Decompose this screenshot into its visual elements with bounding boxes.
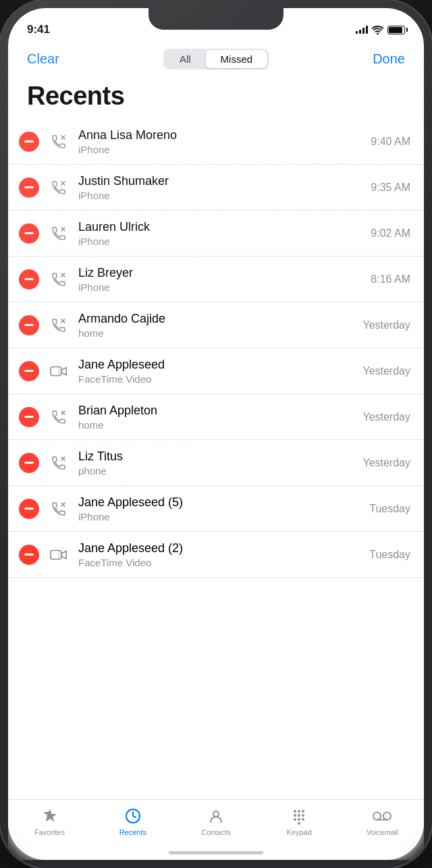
page-title: Recents <box>8 78 424 119</box>
contacts-icon <box>207 807 225 825</box>
delete-button[interactable] <box>19 315 39 335</box>
delete-button[interactable] <box>19 361 39 381</box>
segment-missed[interactable]: Missed <box>206 50 268 68</box>
contact-list: Anna Lisa MorenoiPhone9:40 AM Justin Shu… <box>8 119 424 860</box>
svg-point-8 <box>302 810 304 813</box>
contact-type: phone <box>78 465 354 477</box>
contact-name: Jane Appleseed <box>78 358 354 372</box>
contact-type: FaceTime Video <box>78 557 361 568</box>
recents-label: Recents <box>119 828 146 836</box>
contact-time: 8:16 AM <box>371 273 410 286</box>
screen: 9:41 Cle <box>8 8 424 860</box>
tab-recents[interactable]: Recents <box>91 807 174 836</box>
svg-point-13 <box>298 818 300 821</box>
svg-point-17 <box>383 812 391 819</box>
tab-keypad[interactable]: Keypad <box>258 807 341 836</box>
svg-point-6 <box>294 810 296 813</box>
list-item[interactable]: Lauren UlrickiPhone9:02 AM <box>8 211 424 256</box>
contact-name: Jane Appleseed (2) <box>78 541 361 555</box>
list-item[interactable]: Jane AppleseedFaceTime VideoYesterday <box>8 348 424 394</box>
facetime-video-icon <box>47 360 70 383</box>
phone-call-icon <box>47 268 70 291</box>
delete-button[interactable] <box>19 407 39 427</box>
contact-name: Lauren Ulrick <box>78 220 362 234</box>
contact-name: Jane Appleseed (5) <box>78 495 361 510</box>
contact-time: Tuesday <box>369 503 410 515</box>
delete-button[interactable] <box>19 499 39 519</box>
contact-name: Anna Lisa Moreno <box>78 128 362 142</box>
clear-button[interactable]: Clear <box>27 51 59 67</box>
phone-call-icon <box>47 406 70 429</box>
keypad-label: Keypad <box>287 828 312 836</box>
svg-point-9 <box>294 814 296 817</box>
delete-button[interactable] <box>19 453 39 473</box>
notch <box>148 8 284 30</box>
delete-button[interactable] <box>19 545 39 565</box>
status-time: 9:41 <box>27 23 50 36</box>
phone-call-icon <box>47 314 70 337</box>
main-content: 9:41 Cle <box>8 8 424 860</box>
signal-bars-icon <box>356 26 368 34</box>
list-item[interactable]: Jane Appleseed (2)FaceTime VideoTuesday <box>8 532 424 578</box>
svg-point-16 <box>373 812 381 819</box>
tab-contacts[interactable]: Contacts <box>174 807 257 836</box>
svg-rect-0 <box>51 367 61 375</box>
segment-all[interactable]: All <box>165 50 206 68</box>
tab-favorites[interactable]: Favorites <box>8 807 91 836</box>
segment-control: All Missed <box>163 49 269 70</box>
svg-point-5 <box>213 811 219 817</box>
contact-time: Yesterday <box>362 457 410 469</box>
delete-button[interactable] <box>19 223 39 244</box>
voicemail-icon <box>373 807 392 825</box>
done-button[interactable]: Done <box>373 51 405 67</box>
svg-rect-2 <box>51 550 61 559</box>
contact-type: iPhone <box>78 281 362 293</box>
svg-point-14 <box>302 818 304 821</box>
delete-button[interactable] <box>19 132 39 152</box>
svg-point-15 <box>298 822 300 825</box>
voicemail-label: Voicemail <box>367 828 398 836</box>
contact-type: iPhone <box>78 511 361 522</box>
list-item[interactable]: Jane Appleseed (5)iPhoneTuesday <box>8 486 424 532</box>
phone-frame: 9:41 Cle <box>0 0 432 868</box>
favorites-label: Favorites <box>34 828 65 836</box>
contact-time: Yesterday <box>362 365 410 377</box>
contact-time: 9:40 AM <box>371 136 410 148</box>
contact-type: FaceTime Video <box>78 373 354 385</box>
contact-type: iPhone <box>78 236 362 247</box>
contact-time: Yesterday <box>362 411 410 423</box>
svg-point-11 <box>302 814 304 817</box>
delete-button[interactable] <box>19 178 39 198</box>
list-item[interactable]: Liz BreyeriPhone8:16 AM <box>8 256 424 302</box>
contact-name: Liz Breyer <box>78 266 362 280</box>
svg-point-10 <box>298 814 300 817</box>
svg-point-7 <box>298 810 300 813</box>
contact-type: iPhone <box>78 144 362 155</box>
contact-type: iPhone <box>78 190 362 201</box>
contact-name: Liz Titus <box>78 450 354 464</box>
status-icons <box>356 26 405 34</box>
phone-call-icon <box>47 497 70 520</box>
list-item[interactable]: Justin ShumakeriPhone9:35 AM <box>8 165 424 211</box>
list-item[interactable]: Brian AppletonhomeYesterday <box>8 394 424 440</box>
list-item[interactable]: Anna Lisa MorenoiPhone9:40 AM <box>8 119 424 165</box>
keypad-icon <box>290 807 308 825</box>
contact-time: 9:35 AM <box>371 182 410 194</box>
favorites-icon <box>40 807 59 825</box>
contact-time: 9:02 AM <box>371 227 410 240</box>
delete-button[interactable] <box>19 269 39 290</box>
tab-voicemail[interactable]: Voicemail <box>341 807 424 836</box>
battery-icon <box>387 26 405 34</box>
facetime-video-icon <box>47 543 70 566</box>
contacts-label: Contacts <box>201 828 230 836</box>
contact-type: home <box>78 327 354 339</box>
contact-name: Brian Appleton <box>78 404 354 418</box>
contact-type: home <box>78 419 354 431</box>
list-item[interactable]: Liz TitusphoneYesterday <box>8 440 424 486</box>
contact-time: Yesterday <box>362 319 410 331</box>
recents-icon <box>124 807 142 825</box>
list-item[interactable]: Armando CajidehomeYesterday <box>8 302 424 348</box>
contact-time: Tuesday <box>369 549 410 561</box>
phone-call-icon <box>47 130 70 153</box>
phone-call-icon <box>47 176 70 199</box>
